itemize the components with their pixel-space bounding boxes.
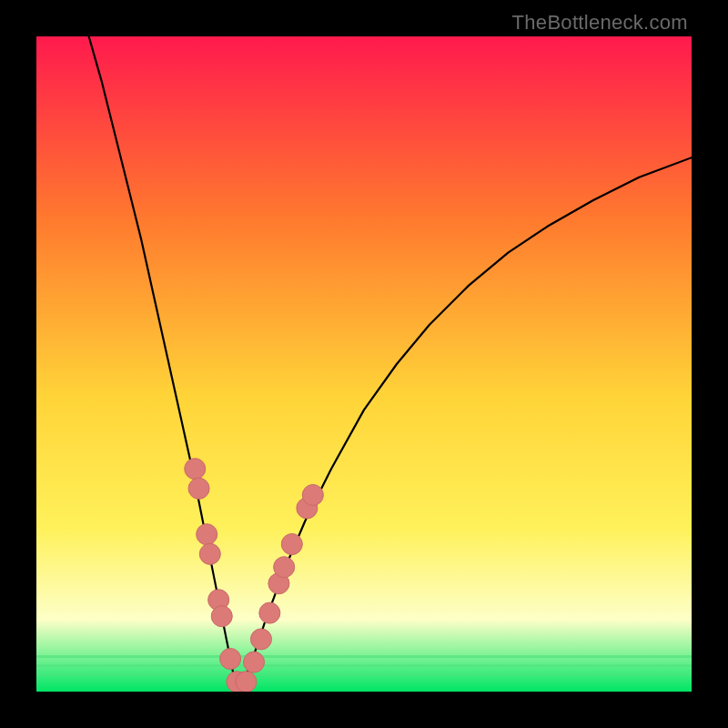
curve-group bbox=[89, 36, 692, 692]
chart-svg bbox=[36, 36, 692, 692]
marker-point bbox=[199, 543, 220, 564]
marker-point bbox=[211, 606, 232, 627]
marker-point bbox=[236, 672, 257, 692]
marker-point bbox=[220, 648, 241, 669]
marker-point bbox=[250, 629, 271, 650]
curve-right_arm bbox=[239, 157, 692, 692]
marker-point bbox=[244, 652, 265, 672]
plot-area bbox=[36, 36, 692, 692]
marker-point bbox=[188, 478, 209, 499]
marker-point bbox=[274, 557, 295, 578]
marker-point bbox=[302, 484, 323, 505]
chart-frame: TheBottleneck.com bbox=[0, 0, 728, 728]
marker-point bbox=[281, 533, 302, 554]
marker-point bbox=[185, 459, 206, 480]
watermark-text: TheBottleneck.com bbox=[512, 11, 688, 35]
marker-group bbox=[185, 459, 324, 692]
marker-point bbox=[197, 524, 217, 545]
marker-point bbox=[259, 602, 280, 623]
